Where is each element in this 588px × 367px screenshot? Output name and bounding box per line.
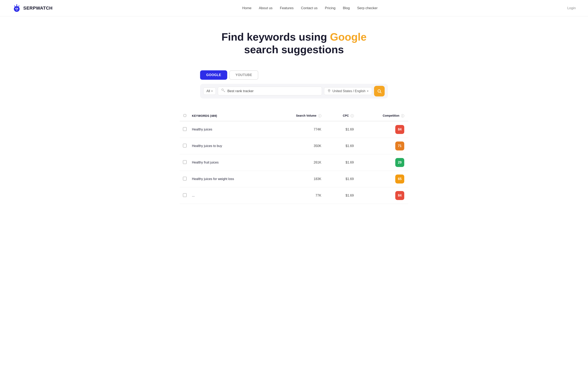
table-row: Healthy juices to buy 350K $1.69 71: [180, 138, 408, 154]
svg-rect-4: [16, 10, 17, 10]
row-cpc: $1.69: [325, 171, 358, 187]
row-checkbox-cell: [180, 187, 190, 204]
row-keyword: ...: [190, 187, 268, 204]
select-all-checkbox[interactable]: [183, 114, 186, 117]
row-keyword: Healthy juices: [190, 121, 268, 138]
volume-info-icon: i: [318, 114, 321, 117]
competition-info-icon: i: [401, 114, 404, 117]
nav-blog[interactable]: Blog: [343, 6, 350, 10]
header-checkbox-cell: [180, 111, 190, 121]
row-checkbox-cell: [180, 121, 190, 138]
brand-name: SERPWATCH: [23, 6, 52, 11]
filter-select[interactable]: All ▾: [203, 87, 216, 95]
row-checkbox-cell: [180, 138, 190, 154]
nav-home[interactable]: Home: [242, 6, 251, 10]
tab-group: GOOGLE YOUTUBE: [200, 70, 388, 80]
nav-features[interactable]: Features: [280, 6, 294, 10]
competition-badge: 84: [395, 125, 404, 134]
search-section: GOOGLE YOUTUBE All ▾: [192, 64, 396, 105]
row-checkbox-1[interactable]: [183, 144, 187, 147]
table-body: Healthy juices 774K $1.69 84 Healthy jui…: [180, 121, 408, 204]
row-keyword: Healthy juices to buy: [190, 138, 268, 154]
navbar: SERPWATCH Home About us Features Contact…: [0, 0, 588, 16]
brand-logo[interactable]: SERPWATCH: [12, 4, 52, 13]
row-checkbox-3[interactable]: [183, 177, 187, 180]
svg-point-12: [329, 90, 329, 91]
cpc-info-icon: i: [351, 114, 354, 117]
row-competition: 84: [358, 121, 408, 138]
row-checkbox-4[interactable]: [183, 193, 187, 197]
competition-badge: 65: [395, 175, 404, 184]
nav-pricing[interactable]: Pricing: [325, 6, 336, 10]
header-keywords: KEYWORDS (489): [190, 111, 268, 121]
svg-point-11: [222, 89, 223, 91]
location-select[interactable]: United States / English ▾: [324, 87, 372, 95]
svg-point-10: [18, 6, 19, 6]
search-bar: All ▾ United States / English ▾: [200, 84, 388, 99]
header-volume: Search Volume i: [268, 111, 325, 121]
table-row: ... 77K $1.69 84: [180, 187, 408, 204]
search-input[interactable]: [227, 89, 319, 93]
row-volume: 183K: [268, 171, 325, 187]
logo-icon: [12, 4, 21, 13]
hero-section: Find keywords using Google search sugges…: [0, 16, 588, 64]
row-volume: 774K: [268, 121, 325, 138]
hero-title: Find keywords using Google search sugges…: [8, 31, 580, 56]
table-header: KEYWORDS (489) Search Volume i CPC i Com…: [180, 111, 408, 121]
row-keyword: Healthy fruit juices: [190, 154, 268, 171]
row-cpc: $1.69: [325, 154, 358, 171]
row-checkbox-0[interactable]: [183, 127, 187, 131]
competition-badge: 29: [395, 158, 404, 167]
row-competition: 65: [358, 171, 408, 187]
search-submit-button[interactable]: [374, 86, 385, 96]
location-chevron-icon: ▾: [367, 90, 369, 92]
tab-google[interactable]: GOOGLE: [200, 70, 227, 80]
row-competition: 84: [358, 187, 408, 204]
header-cpc: CPC i: [325, 111, 358, 121]
results-table: KEYWORDS (489) Search Volume i CPC i Com…: [180, 111, 408, 204]
login-button[interactable]: Login: [567, 6, 576, 10]
nav-about[interactable]: About us: [259, 6, 273, 10]
row-keyword: Healthy juices for weight loss: [190, 171, 268, 187]
row-checkbox-cell: [180, 154, 190, 171]
table-row: Healthy fruit juices 261K $1.69 29: [180, 154, 408, 171]
row-competition: 29: [358, 154, 408, 171]
competition-badge: 71: [395, 142, 404, 150]
header-competition: Competition i: [358, 111, 408, 121]
row-checkbox-2[interactable]: [183, 160, 187, 164]
row-volume: 350K: [268, 138, 325, 154]
row-volume: 77K: [268, 187, 325, 204]
chevron-down-icon: ▾: [211, 90, 213, 92]
table-row: Healthy juices for weight loss 183K $1.6…: [180, 171, 408, 187]
pin-icon: [328, 89, 331, 93]
search-icon: [377, 89, 381, 93]
svg-point-6: [16, 4, 17, 5]
table-row: Healthy juices 774K $1.69 84: [180, 121, 408, 138]
tab-youtube[interactable]: YOUTUBE: [229, 70, 258, 80]
svg-line-14: [380, 92, 381, 93]
nav-serp-checker[interactable]: Serp checker: [357, 6, 378, 10]
row-cpc: $1.69: [325, 187, 358, 204]
row-cpc: $1.69: [325, 138, 358, 154]
nav-contact[interactable]: Contact us: [301, 6, 318, 10]
svg-point-9: [14, 6, 15, 6]
key-icon: [221, 89, 225, 94]
row-competition: 71: [358, 138, 408, 154]
row-volume: 261K: [268, 154, 325, 171]
nav-links: Home About us Features Contact us Pricin…: [242, 6, 378, 10]
row-cpc: $1.69: [325, 121, 358, 138]
search-input-wrapper: [218, 87, 322, 95]
svg-point-2: [16, 8, 17, 9]
row-checkbox-cell: [180, 171, 190, 187]
competition-badge: 84: [395, 191, 404, 200]
results-section: KEYWORDS (489) Search Volume i CPC i Com…: [172, 111, 416, 216]
svg-point-3: [17, 8, 18, 9]
